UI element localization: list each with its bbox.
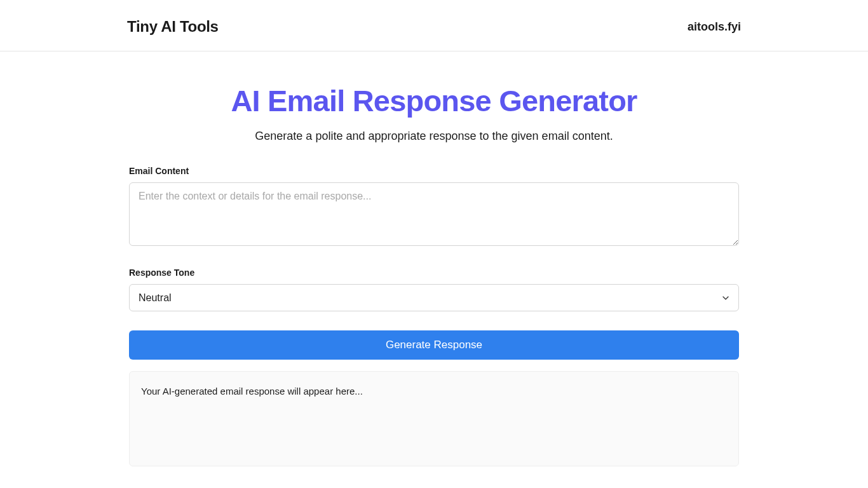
page-title: AI Email Response Generator xyxy=(129,83,739,118)
email-content-label: Email Content xyxy=(129,166,739,176)
output-box: Your AI-generated email response will ap… xyxy=(129,371,739,466)
page-subtitle: Generate a polite and appropriate respon… xyxy=(129,130,739,143)
site-title: Tiny AI Tools xyxy=(127,18,219,36)
email-content-group: Email Content xyxy=(129,166,739,248)
response-tone-select[interactable]: Neutral xyxy=(129,284,739,311)
response-tone-label: Response Tone xyxy=(129,268,739,278)
email-content-input[interactable] xyxy=(129,182,739,246)
main-container: AI Email Response Generator Generate a p… xyxy=(129,51,739,466)
header: Tiny AI Tools aitools.fyi xyxy=(0,0,868,51)
generate-button[interactable]: Generate Response xyxy=(129,330,739,360)
response-tone-group: Response Tone Neutral xyxy=(129,268,739,311)
output-placeholder-text: Your AI-generated email response will ap… xyxy=(141,386,363,396)
header-link[interactable]: aitools.fyi xyxy=(688,20,741,34)
